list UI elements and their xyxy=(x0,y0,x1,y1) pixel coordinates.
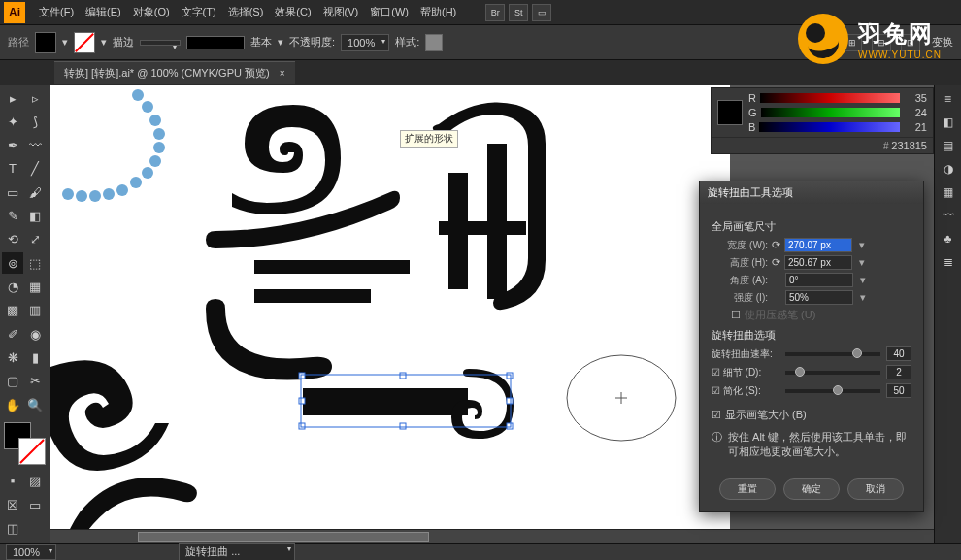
none-mode-icon[interactable]: ☒ xyxy=(2,494,23,515)
ok-button[interactable]: 确定 xyxy=(783,478,840,500)
direct-selection-tool[interactable]: ▹ xyxy=(24,87,46,109)
magic-wand-tool[interactable]: ✦ xyxy=(2,111,23,132)
menu-type[interactable]: 文字(T) xyxy=(176,2,222,22)
color-mode-icon[interactable]: ▪ xyxy=(2,471,23,492)
shaper-tool[interactable]: ✎ xyxy=(2,206,23,227)
width-tool[interactable]: ⊚ xyxy=(2,252,23,274)
slice-tool[interactable]: ✂ xyxy=(24,371,46,392)
gradient-tool[interactable]: ▥ xyxy=(24,300,46,321)
dock-layers-icon[interactable]: ◧ xyxy=(939,113,958,132)
menu-view[interactable]: 视图(V) xyxy=(317,2,365,22)
menu-select[interactable]: 选择(S) xyxy=(222,2,270,22)
intensity-input[interactable]: 50% xyxy=(785,290,853,305)
rate-value[interactable]: 40 xyxy=(886,346,911,361)
status-tool-label[interactable]: 旋转扭曲 ... xyxy=(179,543,295,560)
intensity-dropdown-icon[interactable]: ▾ xyxy=(857,291,869,304)
color-panel-swatch[interactable] xyxy=(717,100,743,125)
lasso-tool[interactable]: ⟆ xyxy=(24,111,46,132)
height-input[interactable]: 250.67 px xyxy=(784,255,852,270)
simplify-value[interactable]: 50 xyxy=(886,383,911,398)
pen-tool[interactable]: ✒ xyxy=(2,135,23,156)
artboard-tool[interactable]: ▢ xyxy=(2,371,23,392)
dock-swatches-icon[interactable]: ▦ xyxy=(939,182,958,202)
simplify-slider[interactable] xyxy=(785,389,880,393)
g-slider[interactable] xyxy=(761,108,900,117)
reset-button[interactable]: 重置 xyxy=(719,478,776,500)
stepper-icon[interactable]: ⟳ xyxy=(772,239,780,251)
style-dropdown-icon[interactable]: ▾ xyxy=(278,36,283,49)
rotate-tool[interactable]: ⟲ xyxy=(2,229,23,250)
stepper-icon[interactable]: ⟳ xyxy=(772,256,780,269)
stroke-color-box[interactable] xyxy=(18,438,46,465)
dock-color-icon[interactable]: ◑ xyxy=(939,159,958,179)
detail-value[interactable]: 2 xyxy=(886,365,911,379)
horizontal-scrollbar[interactable] xyxy=(50,529,934,543)
fill-swatch-group[interactable] xyxy=(35,32,56,53)
dialog-title[interactable]: 旋转扭曲工具选项 xyxy=(700,181,923,204)
stroke-dropdown-icon[interactable]: ▾ xyxy=(101,36,107,49)
menu-window[interactable]: 窗口(W) xyxy=(364,2,414,22)
hex-value[interactable]: # 231815 xyxy=(712,138,933,153)
fill-dropdown-icon[interactable]: ▾ xyxy=(62,36,68,49)
b-value[interactable]: 21 xyxy=(904,121,927,133)
opacity-dropdown[interactable]: 100% xyxy=(341,34,389,51)
b-slider[interactable] xyxy=(759,122,900,132)
detail-label[interactable]: 细节 (D): xyxy=(712,366,779,379)
screen-mode-icon[interactable]: ▭ xyxy=(24,494,46,515)
hand-tool[interactable]: ✋ xyxy=(2,394,23,415)
dock-symbols-icon[interactable]: ♣ xyxy=(939,229,958,248)
line-tool[interactable]: ╱ xyxy=(24,158,46,180)
stroke-weight-dropdown[interactable] xyxy=(140,40,181,46)
symbol-sprayer-tool[interactable]: ❋ xyxy=(2,347,23,369)
close-tab-icon[interactable]: × xyxy=(280,68,285,79)
angle-dropdown-icon[interactable]: ▾ xyxy=(857,274,869,286)
dock-stroke-icon[interactable]: ≣ xyxy=(939,252,958,272)
shape-builder-tool[interactable]: ◔ xyxy=(2,277,23,298)
r-slider[interactable] xyxy=(760,93,900,103)
width-input[interactable]: 270.07 px xyxy=(784,238,852,252)
gradient-mode-icon[interactable]: ▨ xyxy=(24,471,46,492)
width-dropdown-icon[interactable]: ▾ xyxy=(856,239,868,251)
zoom-tool[interactable]: 🔍 xyxy=(24,394,46,415)
stroke-swatch[interactable] xyxy=(74,32,95,53)
detail-slider[interactable] xyxy=(785,371,880,375)
angle-input[interactable]: 0° xyxy=(785,273,853,287)
free-transform-tool[interactable]: ⬚ xyxy=(24,252,46,274)
dock-libraries-icon[interactable]: ▤ xyxy=(939,136,958,155)
drawing-mode-icon[interactable]: ◫ xyxy=(2,518,23,540)
scale-tool[interactable]: ⤢ xyxy=(24,229,46,250)
column-graph-tool[interactable]: ▮ xyxy=(24,347,46,369)
perspective-tool[interactable]: ▦ xyxy=(24,277,46,298)
menu-file[interactable]: 文件(F) xyxy=(33,2,80,22)
rate-slider[interactable] xyxy=(785,352,880,356)
paintbrush-tool[interactable]: 🖌 xyxy=(24,181,46,203)
show-brush-checkbox[interactable]: ☑ xyxy=(712,409,721,421)
eyedropper-tool[interactable]: ✐ xyxy=(2,323,23,345)
rectangle-tool[interactable]: ▭ xyxy=(2,181,23,203)
eraser-tool[interactable]: ◧ xyxy=(24,206,46,227)
curvature-tool[interactable]: 〰 xyxy=(24,135,46,156)
menu-help[interactable]: 帮助(H) xyxy=(414,2,462,22)
dock-properties-icon[interactable]: ≡ xyxy=(939,89,958,109)
scrollbar-thumb[interactable] xyxy=(138,532,429,542)
stock-button[interactable]: St xyxy=(509,4,528,21)
dock-brushes-icon[interactable]: 〰 xyxy=(939,206,958,225)
fill-stroke-indicator[interactable] xyxy=(4,422,46,465)
selection-tool[interactable]: ▸ xyxy=(2,87,23,109)
menu-object[interactable]: 对象(O) xyxy=(127,2,176,22)
document-tab[interactable]: 转换] [转换].ai* @ 100% (CMYK/GPU 预览) × xyxy=(54,61,295,84)
blend-tool[interactable]: ◉ xyxy=(24,323,46,345)
g-value[interactable]: 24 xyxy=(904,107,927,118)
menu-edit[interactable]: 编辑(E) xyxy=(80,2,127,22)
height-dropdown-icon[interactable]: ▾ xyxy=(856,256,868,269)
cancel-button[interactable]: 取消 xyxy=(847,478,904,500)
arrange-button[interactable]: ▭ xyxy=(532,4,551,21)
stroke-profile[interactable] xyxy=(186,36,245,49)
type-tool[interactable]: T xyxy=(2,158,23,180)
r-value[interactable]: 35 xyxy=(904,92,927,104)
menu-effect[interactable]: 效果(C) xyxy=(269,2,316,22)
simplify-label[interactable]: 简化 (S): xyxy=(712,384,779,398)
mesh-tool[interactable]: ▩ xyxy=(2,300,23,321)
fill-swatch[interactable] xyxy=(35,32,56,53)
graphic-style-swatch[interactable] xyxy=(425,34,443,51)
